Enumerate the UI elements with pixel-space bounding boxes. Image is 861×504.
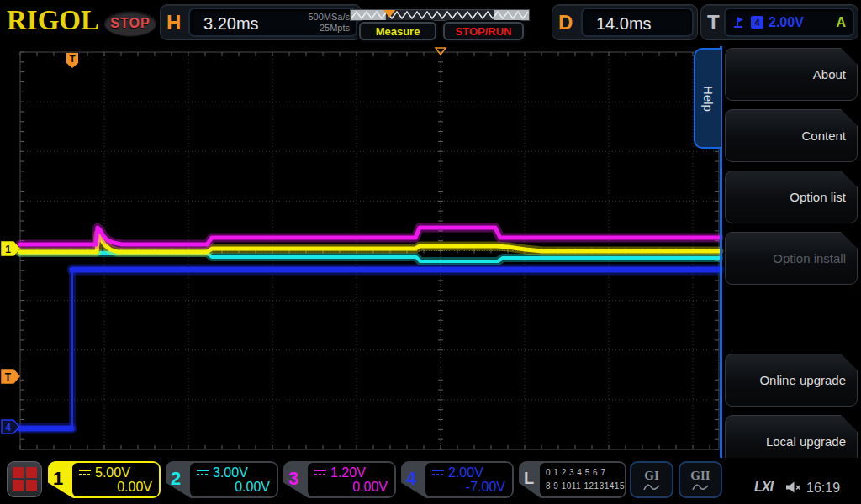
- channel-4-scale: 2.00V: [431, 465, 483, 480]
- memory-position-bar[interactable]: [350, 9, 530, 21]
- channel-1-number: 1: [53, 468, 63, 490]
- channel-4-number: 4: [406, 468, 416, 490]
- delay-value: 14.0ms: [596, 14, 652, 34]
- logic-display: 0 1 2 3 4 5 6 7 8 9 1011 12131415: [540, 463, 625, 496]
- timebase-display: 3.20ms 500MSa/s 25Mpts: [188, 8, 357, 37]
- menu-button-content[interactable]: Content: [725, 109, 858, 162]
- logic-channels-0-7: 0 1 2 3 4 5 6 7: [546, 468, 605, 477]
- sample-rate: 500MSa/s: [308, 12, 350, 23]
- edge-trigger-icon: [732, 16, 746, 29]
- logic-label: L: [524, 469, 534, 488]
- stop-run-button[interactable]: STOP/RUN: [443, 22, 524, 40]
- help-menu: About Content Option list Option install…: [723, 46, 861, 470]
- acquisition-info: 500MSa/s 25Mpts: [308, 12, 350, 34]
- acquire-mode-indicator: A: [836, 15, 846, 30]
- measure-button[interactable]: Measure: [359, 22, 436, 40]
- lxi-indicator: LXI: [754, 480, 773, 495]
- channel-4-display: 2.00V -7.00V: [425, 463, 512, 496]
- trigger-label: T: [707, 11, 720, 34]
- source2-generator-button[interactable]: GII: [679, 461, 722, 498]
- timebase-value: 3.20ms: [203, 14, 259, 34]
- sine-wave-icon: [643, 483, 660, 491]
- red-tile-icon: [26, 467, 37, 478]
- red-tile-icon: [13, 480, 24, 491]
- function-grid-button[interactable]: [7, 461, 42, 497]
- channel-4-status[interactable]: 4 2.00V -7.00V: [401, 461, 514, 498]
- channel-2-status[interactable]: 2 3.00V 0.00V: [166, 461, 278, 498]
- channel-3-offset: 0.00V: [352, 480, 388, 495]
- dc-coupling-icon: [431, 469, 445, 477]
- source1-generator-button[interactable]: GI: [630, 461, 673, 498]
- channel-1-status[interactable]: 1 5.00V 0.00V: [48, 461, 161, 498]
- horizontal-group[interactable]: H 3.20ms 500MSa/s 25Mpts: [160, 4, 362, 40]
- speaker-muted-icon: [785, 480, 801, 494]
- menu-button-about[interactable]: About: [725, 48, 858, 101]
- channel-3-scale: 1.20V: [314, 465, 366, 480]
- dc-coupling-icon: [78, 469, 92, 477]
- svg-text:4: 4: [5, 422, 11, 433]
- trigger-level-value: 2.00V: [769, 15, 804, 30]
- svg-text:T: T: [70, 54, 76, 64]
- channel-2-offset: 0.00V: [235, 480, 270, 495]
- menu-button-option-list[interactable]: Option list: [725, 171, 858, 223]
- run-state-badge: STOP: [104, 11, 156, 36]
- channel-3-status[interactable]: 3 1.20V 0.00V: [283, 461, 396, 498]
- channel-2-display: 3.00V 0.00V: [190, 463, 277, 496]
- delay-group[interactable]: D 14.0ms: [552, 4, 698, 40]
- logic-channels-8-15: 8 9 1011 12131415: [546, 481, 625, 491]
- system-time: 16:19: [806, 480, 840, 496]
- sine-wave-icon: [692, 483, 709, 491]
- delay-display: 14.0ms: [581, 8, 694, 37]
- svg-text:T: T: [5, 371, 12, 383]
- channel-2-number: 2: [171, 468, 181, 490]
- channel-1-display: 5.00V 0.00V: [72, 463, 159, 496]
- channel-2-scale: 3.00V: [196, 465, 248, 480]
- top-status-bar: RIGOL STOP H 3.20ms 500MSa/s 25Mpts Meas…: [0, 0, 861, 44]
- menu-button-online-upgrade[interactable]: Online upgrade: [725, 354, 858, 407]
- red-tile-icon: [26, 480, 37, 491]
- channel-3-display: 1.20V 0.00V: [308, 463, 394, 496]
- trigger-display: 4 2.00V A: [724, 8, 854, 37]
- dc-coupling-icon: [196, 469, 209, 477]
- delay-label: D: [558, 11, 573, 34]
- trigger-group[interactable]: T 4 2.00V A: [700, 4, 858, 40]
- dc-coupling-icon: [314, 469, 327, 477]
- red-tile-icon: [13, 467, 24, 478]
- trigger-source-badge: 4: [751, 16, 763, 29]
- logic-channels-status[interactable]: L 0 1 2 3 4 5 6 7 8 9 1011 12131415: [519, 461, 626, 498]
- bottom-status-bar: 1 5.00V 0.00V 2: [0, 458, 861, 504]
- channel-1-scale: 5.00V: [78, 465, 130, 480]
- oscilloscope-screen: TT14 RIGOL STOP H 3.20ms 500MSa/s 25Mpts…: [0, 0, 861, 504]
- svg-text:1: 1: [5, 244, 11, 255]
- channel-4-offset: -7.00V: [466, 480, 505, 495]
- channel-3-number: 3: [288, 468, 298, 490]
- help-menu-tab[interactable]: Help: [694, 48, 721, 149]
- memory-depth: 25Mpts: [308, 23, 350, 34]
- rigol-logo: RIGOL: [7, 5, 99, 36]
- menu-button-option-install: Option install: [725, 232, 858, 285]
- horizontal-label: H: [166, 11, 181, 34]
- channel-1-offset: 0.00V: [117, 480, 152, 495]
